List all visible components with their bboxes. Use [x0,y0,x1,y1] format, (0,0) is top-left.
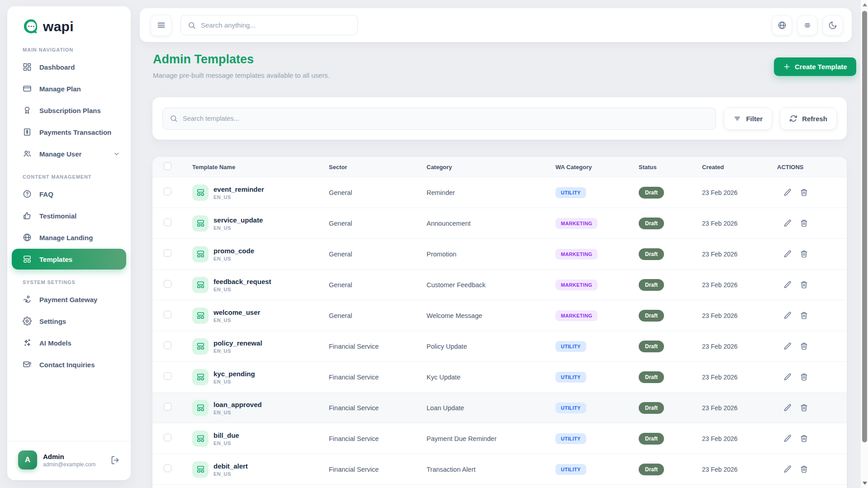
edit-button[interactable] [783,219,792,227]
help-circle-icon [23,190,32,199]
category-value: Transaction Alert [427,466,555,473]
table-row: bill_due EN_US Financial Service Payment… [152,423,847,454]
scrollbar-down-arrow[interactable] [863,482,867,485]
delete-button[interactable] [800,250,808,258]
sidebar-item-label: Payment Gateway [39,296,97,303]
delete-button[interactable] [800,465,808,474]
created-value: 23 Feb 2026 [702,220,777,227]
search-icon [188,21,196,29]
template-search [162,108,716,130]
header-status: Status [639,164,702,171]
logout-icon [110,455,120,465]
sidebar-item-faq[interactable]: FAQ [12,184,126,204]
dark-mode-button[interactable] [823,15,843,35]
delete-button[interactable] [800,311,808,320]
layout-toggle-button[interactable] [797,15,817,35]
sidebar-item-settings[interactable]: Settings [12,311,126,332]
sidebar-item-payments-transaction[interactable]: Payments Transaction [12,122,126,142]
created-value: 23 Feb 2026 [702,189,777,196]
row-checkbox[interactable] [164,372,171,380]
sidebar-user-card: A Admin admin@example.com [7,441,131,480]
row-checkbox[interactable] [164,280,171,288]
delete-button[interactable] [800,342,808,351]
sector-value: Financial Service [329,343,427,350]
sidebar-item-manage-plan[interactable]: Manage Plan [12,78,126,99]
header-template-name: Template Name [192,164,329,171]
status-badge: Draft [639,433,664,445]
scrollbar-up-arrow[interactable] [863,3,867,6]
page-title: Admin Templates [153,52,254,66]
sidebar-item-label: Manage Plan [39,85,81,93]
sidebar-item-dashboard[interactable]: Dashboard [12,57,126,77]
delete-button[interactable] [800,434,808,443]
scrollbar-thumb[interactable] [862,11,867,442]
sidebar-item-contact-inquiries[interactable]: Contact Inquiries [12,354,126,375]
sidebar-item-payment-gateway[interactable]: Payment Gateway [12,289,126,310]
edit-button[interactable] [783,250,792,258]
refresh-button[interactable]: Refresh [780,108,837,130]
edit-button[interactable] [783,434,792,443]
menu-button[interactable] [151,15,171,36]
filter-button[interactable]: Filter [724,108,772,130]
row-checkbox[interactable] [164,249,171,257]
row-checkbox[interactable] [164,464,171,472]
edit-button[interactable] [783,311,792,320]
edit-button[interactable] [783,188,792,197]
sidebar-item-manage-user[interactable]: Manage User [12,143,126,164]
wa-category-badge: UTILITY [555,187,586,198]
edit-button[interactable] [783,280,792,289]
delete-button[interactable] [800,403,808,412]
template-name: feedback_request [213,278,271,285]
category-value: Reminder [427,189,555,196]
sector-value: General [329,189,427,196]
sidebar-item-manage-landing[interactable]: Manage Landing [12,227,126,248]
select-all-checkbox[interactable] [164,162,171,170]
templates-table: Template Name Sector Category WA Categor… [152,157,847,488]
status-badge: Draft [639,341,664,352]
header-wa-category: WA Category [555,164,639,171]
created-value: 23 Feb 2026 [702,281,777,289]
wa-category-badge: UTILITY [555,341,586,352]
sidebar-item-templates[interactable]: Templates [12,249,126,270]
category-value: Announcement [427,220,555,227]
sidebar-item-testimonial[interactable]: Testimonial [12,205,126,226]
delete-button[interactable] [800,219,808,227]
logout-button[interactable] [110,455,120,465]
row-checkbox[interactable] [164,434,171,441]
sidebar-item-subscription-plans[interactable]: Subscription Plans [12,100,126,121]
delete-button[interactable] [800,280,808,289]
plus-icon [783,63,791,71]
row-checkbox[interactable] [164,218,171,226]
scrollbar[interactable] [860,0,868,488]
wa-category-badge: UTILITY [555,403,586,413]
template-language: EN_US [213,348,262,354]
sector-value: Financial Service [329,404,427,412]
template-layout-icon [192,277,209,293]
page-subtitle: Manage pre-built message templates avail… [153,71,330,79]
sidebar-item-label: Manage User [39,150,81,158]
language-button[interactable] [772,15,792,35]
row-checkbox[interactable] [164,341,171,349]
moon-icon [828,21,837,30]
row-checkbox[interactable] [164,403,171,411]
nav-group-label: SYSTEM SETTINGS [23,280,126,285]
create-template-button[interactable]: Create Template [774,57,856,76]
sidebar-item-label: Templates [39,256,72,263]
edit-button[interactable] [783,465,792,474]
global-search-input[interactable] [201,21,351,29]
edit-button[interactable] [783,342,792,351]
edit-button[interactable] [783,403,792,412]
sidebar-item-ai-models[interactable]: AI Models [12,332,126,353]
category-value: Customer Feedback [427,281,555,289]
row-checkbox[interactable] [164,311,171,318]
delete-button[interactable] [800,373,808,381]
filter-label: Filter [746,115,763,123]
template-name: promo_code [213,247,254,255]
template-search-input[interactable] [183,115,709,122]
template-layout-icon [192,338,209,355]
delete-button[interactable] [800,188,808,197]
row-checkbox[interactable] [164,188,171,195]
wa-category-badge: MARKETING [555,280,598,290]
avatar: A [18,450,37,469]
edit-button[interactable] [783,373,792,381]
